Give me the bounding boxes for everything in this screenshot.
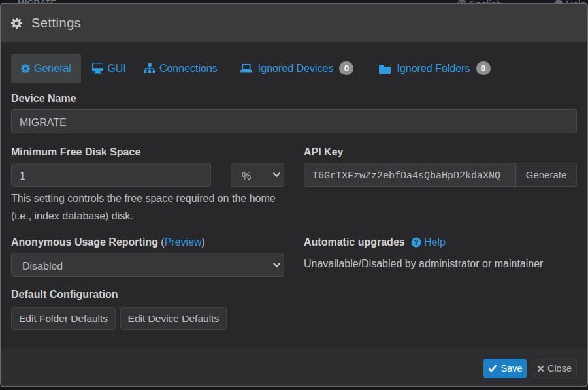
svg-text:?: ? [414, 238, 418, 246]
